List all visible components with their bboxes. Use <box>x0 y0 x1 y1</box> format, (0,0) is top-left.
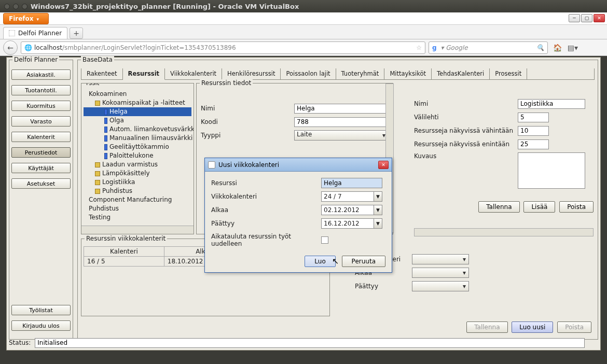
tab-prosessit[interactable]: Prosessit <box>490 68 527 79</box>
select-lr-alkaa[interactable] <box>412 268 469 278</box>
tab-tuoteryhmat[interactable]: Tuoteryhmät <box>336 68 385 79</box>
browser-tab[interactable]: Delfoi Planner <box>3 27 67 39</box>
search-go-icon[interactable]: 🔍 <box>536 44 544 51</box>
tab-viikkokalenterit[interactable]: Viikkokalenterit <box>165 68 222 79</box>
input-group-nimi[interactable] <box>518 99 585 109</box>
new-weekcalendar-dialog: Uusi viikkokalenteri ✕ Resurssi Viikkoka… <box>204 158 392 273</box>
button-lr-poista[interactable]: Poista <box>557 321 591 333</box>
sidebar-btn-perustiedot[interactable]: Perustiedot <box>11 147 71 158</box>
dlg-label-viikko: Viikkokalenteri <box>211 193 321 200</box>
select-tyyppi[interactable]: Laite <box>294 130 389 141</box>
window-maximize-button[interactable]: ▢ <box>581 14 592 22</box>
button-lr-tallenna[interactable]: Tallenna <box>466 321 507 333</box>
tab-henkiloresurssit[interactable]: Henkilöresurssit <box>222 68 281 79</box>
tab-resurssit[interactable]: Resurssit <box>123 68 165 80</box>
tree-node[interactable]: Kokoamispaikat ja -laitteet <box>84 99 191 107</box>
vm-dot[interactable] <box>13 4 19 9</box>
dlg-select-viikko[interactable]: 24 / 7▼ <box>321 191 382 202</box>
chevron-down-icon: ▼ <box>374 219 382 228</box>
home-button[interactable]: 🏠 <box>551 41 563 54</box>
dlg-label-alkaa: Alkaa <box>211 206 321 214</box>
search-box[interactable]: g ▾ Google 🔍 <box>429 41 548 54</box>
sidebar-btn-tyolistat[interactable]: Työlistat <box>11 305 71 315</box>
window-close-button[interactable]: ✕ <box>594 14 605 22</box>
bookmark-star-icon[interactable]: ☆ <box>416 44 422 51</box>
textarea-kuvaus[interactable] <box>518 152 585 189</box>
button-lr-luo-uusi[interactable]: Luo uusi <box>512 321 553 333</box>
sidebar-btn-kuormitus[interactable]: Kuormitus <box>11 101 71 111</box>
label-nimi: Nimi <box>201 105 294 112</box>
new-tab-button[interactable]: + <box>70 27 83 39</box>
bookmarks-menu-button[interactable]: ▤▾ <box>567 41 579 54</box>
tree-node[interactable]: Component Manufacturing <box>84 195 191 204</box>
tab-rakenteet[interactable]: Rakenteet <box>81 68 123 79</box>
label-valilehti: Välilehti <box>414 114 518 121</box>
dlg-date-paattyy[interactable]: 16.12.2012▼ <box>321 218 382 229</box>
sidebar-btn-asetukset[interactable]: Asetukset <box>11 178 71 189</box>
tree-leaf-selected[interactable]: Helga <box>84 107 191 116</box>
dlg-checkbox-aikatauluta[interactable] <box>321 236 328 244</box>
sidebar-btn-kalenterit[interactable]: Kalenterit <box>11 132 71 142</box>
button-tallenna[interactable]: Tallenna <box>478 201 519 213</box>
tab-mittayksikot[interactable]: Mittayksiköt <box>384 68 432 79</box>
back-button[interactable]: ← <box>3 40 18 55</box>
firefox-button-row: Firefox ─ ▢ ✕ <box>0 12 607 25</box>
dlg-button-luo[interactable]: Luo <box>305 256 335 267</box>
tree-node[interactable]: Lämpökäsittely <box>84 169 191 178</box>
url-bar[interactable]: 🌐 localhost/smbplanner/LoginServlet?logi… <box>21 41 425 54</box>
button-poista[interactable]: Poista <box>559 201 594 213</box>
status-bar: Status: <box>9 337 598 349</box>
tree-leaf[interactable]: Geelitäyttökammio <box>84 143 191 151</box>
label-res-min: Resursseja näkyvissä vähintään <box>414 127 518 134</box>
cal-th-kalenteri[interactable]: Kalenteri <box>84 247 164 257</box>
input-res-min[interactable] <box>518 126 549 136</box>
tab-tehdaskalenteri[interactable]: TehdasKalenteri <box>432 68 490 79</box>
dlg-input-resurssi[interactable] <box>321 178 382 188</box>
status-field <box>35 338 585 348</box>
tree-node[interactable]: Puhdistus <box>84 204 191 213</box>
tree-node[interactable]: Laadun varmistus <box>84 160 191 169</box>
vm-dot[interactable] <box>22 4 27 9</box>
vm-titlebar: Windows7_32bit_projektityo_planner [Runn… <box>0 0 607 12</box>
right-hscroll[interactable] <box>414 228 594 236</box>
dialog-titlebar[interactable]: Uusi viikkokalenteri ✕ <box>205 158 392 172</box>
tree-node[interactable]: Puhdistus <box>84 187 191 195</box>
status-label: Status: <box>9 339 31 346</box>
main-tabs: Rakenteet Resurssit Viikkokalenterit Hen… <box>81 68 595 80</box>
tree-node[interactable]: Testing <box>84 213 191 222</box>
details-title: Resurssin tiedot <box>200 79 253 87</box>
firefox-menu-button[interactable]: Firefox <box>3 13 49 24</box>
dlg-button-peruuta[interactable]: Peruuta <box>342 256 385 267</box>
tab-poissaolon-lajit[interactable]: Poissaolon lajit <box>281 68 336 79</box>
tree-leaf[interactable]: Paloittelukone <box>84 151 191 160</box>
sidebar-btn-tuotantotil[interactable]: Tuotantotil. <box>11 85 71 95</box>
tab-title: Delfoi Planner <box>18 30 62 37</box>
cal-title: Resurssin viikkokalenterit <box>85 235 167 242</box>
sidebar-btn-kayttajat[interactable]: Käyttäjät <box>11 163 71 173</box>
select-lr-viikko[interactable] <box>412 254 469 264</box>
sidebar-btn-varasto[interactable]: Varasto <box>11 116 71 127</box>
tree-node[interactable]: Kokoaminen <box>84 90 191 99</box>
sidebar-btn-asiakastil[interactable]: Asiakastil. <box>11 69 71 80</box>
vm-dot[interactable] <box>4 4 10 9</box>
tree-leaf[interactable]: Autom. liimankovetusvärkki <box>84 125 191 134</box>
input-valilehti[interactable] <box>518 113 549 122</box>
group-details-panel: Nimi Välilehti Resursseja näkyvissä vähi… <box>414 99 594 239</box>
input-nimi[interactable] <box>294 104 389 114</box>
dialog-close-button[interactable]: ✕ <box>378 161 389 169</box>
sidebar-btn-kirjaudu-ulos[interactable]: Kirjaudu ulos <box>11 320 71 331</box>
label-group-nimi: Nimi <box>414 100 518 107</box>
label-tyyppi: Tyyppi <box>201 132 294 139</box>
button-lisaa[interactable]: Lisää <box>523 201 555 213</box>
url-host: localhost <box>34 44 62 51</box>
select-lr-paattyy[interactable] <box>412 281 469 291</box>
input-koodi[interactable] <box>294 117 389 127</box>
tree-node[interactable]: Logistiikka <box>84 178 191 187</box>
tree-leaf[interactable]: Manuaalinen liimausvärkki <box>84 134 191 143</box>
input-res-max[interactable] <box>518 139 549 149</box>
main-title: BaseData <box>81 56 114 63</box>
tree-hscroll[interactable] <box>81 226 194 234</box>
tree-leaf[interactable]: Olga <box>84 116 191 125</box>
dlg-date-alkaa[interactable]: 02.12.2012▼ <box>321 205 382 215</box>
window-minimize-button[interactable]: ─ <box>569 14 580 22</box>
